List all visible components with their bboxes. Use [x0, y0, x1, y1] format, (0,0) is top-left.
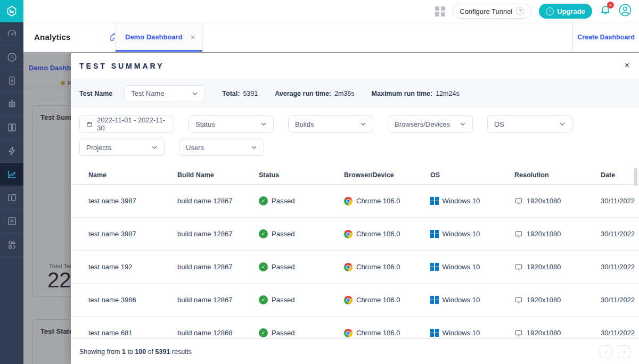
chrome-icon: [344, 230, 353, 238]
cell-browser: Chrome 106.0: [344, 197, 430, 205]
chevron-down-icon: [460, 121, 466, 127]
monitor-icon: [514, 263, 523, 271]
chevron-down-icon: [260, 121, 267, 127]
sidebar-item-responsive[interactable]: [0, 116, 23, 139]
table-scrollbar[interactable]: [634, 168, 637, 343]
cell-os: Windows 10: [430, 263, 514, 271]
browsers-devices-filter-dropdown[interactable]: Browsers/Devices: [388, 115, 473, 133]
passed-check-icon: ✓: [259, 229, 268, 238]
sidebar-item-hyperexecute[interactable]: [0, 139, 23, 163]
sidebar-item-analytics[interactable]: [0, 163, 23, 186]
split-panels-icon: [6, 122, 18, 133]
windows-icon: [430, 230, 439, 238]
sidebar-item-automation[interactable]: [0, 93, 23, 116]
close-icon[interactable]: ×: [625, 61, 629, 70]
chrome-icon: [344, 263, 353, 271]
users-filter-label: Users: [186, 144, 204, 152]
cell-status: ✓Passed: [259, 328, 344, 337]
cell-date: 30/11/2022: [601, 263, 639, 271]
line-chart-icon: [6, 169, 18, 180]
col-status: Status: [259, 171, 344, 179]
cell-browser: Chrome 106.0: [344, 230, 430, 238]
col-browser-device: Browser/Device: [344, 171, 430, 179]
os-filter-label: OS: [494, 120, 504, 128]
chevron-down-icon: [151, 144, 158, 151]
total-value: 5391: [243, 90, 258, 97]
backdrop-dashboard-link: Demo Dashbo: [29, 64, 75, 72]
shapes-icon: [6, 239, 18, 250]
create-dashboard-button[interactable]: Create Dashboard: [572, 22, 639, 52]
notifications-button[interactable]: 4: [600, 4, 611, 18]
profile-icon: [619, 4, 632, 16]
col-name: Name: [88, 171, 177, 179]
sidebar-item-clock[interactable]: [0, 46, 23, 69]
sidebar-item-more-tools[interactable]: [0, 233, 23, 257]
cell-name: test name 3986: [88, 296, 177, 304]
sidebar-item-add[interactable]: [0, 210, 23, 233]
sidebar-item-real-device[interactable]: [0, 69, 23, 93]
cell-date: 30/11/2022: [601, 230, 639, 238]
scrollbar-thumb[interactable]: [634, 168, 637, 186]
col-build-name: Build Name: [177, 171, 259, 179]
filters-area: 2022-11-01 - 2022-11-30 Status Builds Br…: [71, 108, 639, 163]
status-filter-dropdown[interactable]: Status: [189, 115, 274, 133]
date-range-input[interactable]: 2022-11-01 - 2022-11-30: [79, 115, 174, 133]
modal-header: TEST SUMMARY ×: [71, 53, 639, 79]
table-header-row: Name Build Name Status Browser/Device OS…: [71, 166, 639, 185]
cell-build-name: build name 12867: [177, 263, 259, 271]
showing-prefix: Showing from: [79, 348, 120, 355]
cell-build-name: build name 12867: [177, 197, 259, 205]
projects-filter-label: Projects: [86, 144, 111, 152]
mobile-device-icon: [6, 75, 18, 86]
filter-row-2: Projects Users: [79, 139, 630, 156]
windows-icon: [430, 263, 439, 271]
configure-tunnel-button[interactable]: Configure Tunnel ?: [453, 4, 531, 19]
col-date: Date: [601, 171, 639, 179]
builds-filter-dropdown[interactable]: Builds: [288, 115, 373, 133]
stat-max-run-time: Maximum run time: 12m24s: [372, 90, 460, 97]
upgrade-button[interactable]: ↑ Upgrade: [539, 4, 592, 19]
table-row[interactable]: test name 192 build name 12867 ✓Passed C…: [71, 251, 639, 284]
table-row[interactable]: test name 3987 build name 12867 ✓Passed …: [71, 218, 639, 251]
table-row[interactable]: test name 3986 build name 12867 ✓Passed …: [71, 284, 639, 317]
showing-from: 1: [122, 348, 126, 355]
lightning-icon: [6, 145, 18, 156]
notification-badge: 4: [607, 2, 614, 9]
max-run-time-value: 12m24s: [436, 90, 459, 97]
next-page-button[interactable]: ›: [618, 345, 630, 358]
cell-resolution: 1920x1080: [514, 296, 601, 304]
col-os: OS: [430, 171, 514, 179]
tab-close-icon[interactable]: ×: [191, 33, 195, 42]
gauge-icon: [6, 28, 18, 39]
sidebar-item-smart-ui[interactable]: [0, 186, 23, 210]
sidebar-item-gauge[interactable]: [0, 22, 23, 46]
results-table: Name Build Name Status Browser/Device OS…: [71, 166, 639, 360]
projects-filter-dropdown[interactable]: Projects: [79, 139, 165, 156]
cell-resolution: 1920x1080: [514, 230, 601, 238]
cell-date: 30/11/2022: [601, 296, 639, 304]
test-summary-modal: TEST SUMMARY × Test Name Test Name Total…: [71, 53, 639, 364]
showing-to-word: to: [127, 348, 133, 355]
cell-status: ✓Passed: [259, 229, 344, 238]
dashboard-nav: Analytics Demo Dashboard × Create Dashbo…: [23, 22, 639, 52]
cell-browser: Chrome 106.0: [344, 296, 430, 304]
cell-date: 30/11/2022: [601, 197, 639, 205]
tab-demo-dashboard[interactable]: Demo Dashboard ×: [115, 22, 203, 52]
monitor-icon: [514, 296, 523, 304]
test-name-dropdown[interactable]: Test Name: [124, 85, 205, 102]
apps-grid-icon[interactable]: [435, 6, 445, 16]
question-icon[interactable]: ?: [516, 7, 525, 15]
clock-icon: [6, 52, 18, 63]
showing-of-word: of: [148, 348, 153, 355]
os-filter-dropdown[interactable]: OS: [487, 115, 572, 133]
configure-tunnel-label: Configure Tunnel: [460, 7, 512, 15]
table-row[interactable]: test name 3987 build name 12867 ✓Passed …: [71, 185, 639, 218]
users-filter-dropdown[interactable]: Users: [179, 139, 264, 156]
cell-name: test name 3987: [88, 197, 177, 205]
lambdatest-logo-icon[interactable]: [0, 0, 23, 22]
date-range-value: 2022-11-01 - 2022-11-30: [97, 116, 167, 132]
cell-name: test name 3987: [88, 230, 177, 238]
cell-status: ✓Passed: [259, 196, 344, 205]
prev-page-button[interactable]: ‹: [600, 345, 612, 358]
profile-button[interactable]: [619, 4, 632, 19]
